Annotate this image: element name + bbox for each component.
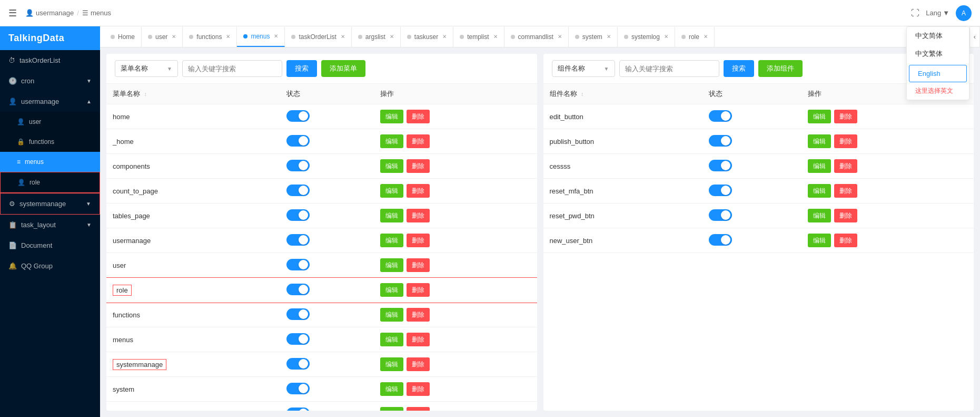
edit-button-4[interactable]: 编辑 <box>380 209 403 222</box>
comp-toggle-1[interactable] <box>709 135 732 147</box>
comp-edit-button-5[interactable]: 编辑 <box>808 234 831 247</box>
tab-commandlist[interactable]: commandlist ✕ <box>504 27 569 47</box>
comp-edit-button-4[interactable]: 编辑 <box>808 209 831 222</box>
edit-button-9[interactable]: 编辑 <box>380 333 403 346</box>
menu-toggle-11[interactable] <box>286 383 310 394</box>
delete-button-7[interactable]: 删除 <box>407 283 430 297</box>
delete-button-8[interactable]: 删除 <box>407 308 430 322</box>
tab-close-taskOrderList[interactable]: ✕ <box>341 34 345 40</box>
add-component-button[interactable]: 添加组件 <box>758 60 803 77</box>
menu-toggle-1[interactable] <box>286 135 310 147</box>
tab-close-menus[interactable]: ✕ <box>274 33 278 39</box>
add-menu-button[interactable]: 添加菜单 <box>321 60 365 77</box>
comp-delete-button-2[interactable]: 删除 <box>834 159 857 173</box>
edit-button-2[interactable]: 编辑 <box>380 159 403 173</box>
tab-templist[interactable]: templist ✕ <box>453 27 504 47</box>
delete-button-9[interactable]: 删除 <box>407 333 430 346</box>
menu-toggle-0[interactable] <box>286 110 310 122</box>
sidebar-item-taskOrderList[interactable]: ⏱ taskOrderList <box>0 50 100 71</box>
menu-toggle-8[interactable] <box>286 308 310 320</box>
fullscreen-button[interactable]: ⛶ <box>911 8 919 18</box>
delete-button-10[interactable]: 删除 <box>407 357 430 371</box>
tab-close-role[interactable]: ✕ <box>704 34 708 40</box>
tab-close-commandlist[interactable]: ✕ <box>558 34 562 40</box>
tab-home[interactable]: Home <box>104 27 142 47</box>
delete-button-12[interactable]: 删除 <box>407 407 430 411</box>
sidebar-item-role[interactable]: 👤 role <box>0 172 100 193</box>
sidebar-item-user[interactable]: 👤 user <box>0 112 100 132</box>
menu-toggle-4[interactable] <box>286 209 310 221</box>
comp-edit-button-1[interactable]: 编辑 <box>808 134 831 148</box>
comp-edit-button-3[interactable]: 编辑 <box>808 184 831 198</box>
sidebar-item-task-layout[interactable]: 📋 task_layout ▼ <box>0 215 100 235</box>
menu-toggle-9[interactable] <box>286 333 310 345</box>
tab-taskOrderList[interactable]: taskOrderList ✕ <box>285 27 351 47</box>
menu-toggle-5[interactable] <box>286 234 310 246</box>
lang-option-en[interactable]: English <box>909 65 967 82</box>
tab-systemlog[interactable]: systemlog ✕ <box>618 27 675 47</box>
comp-delete-button-0[interactable]: 删除 <box>834 110 857 123</box>
tab-close-functions[interactable]: ✕ <box>226 34 230 40</box>
sidebar-item-functions[interactable]: 🔒 functions <box>0 132 100 152</box>
delete-button-2[interactable]: 删除 <box>407 159 430 173</box>
edit-button-10[interactable]: 编辑 <box>380 357 403 371</box>
right-search-button[interactable]: 搜索 <box>724 60 754 77</box>
delete-button-3[interactable]: 删除 <box>407 184 430 198</box>
tab-close-argslist[interactable]: ✕ <box>390 34 394 40</box>
tab-user[interactable]: user ✕ <box>142 27 183 47</box>
sidebar-item-cron[interactable]: 🕐 cron ▼ <box>0 71 100 91</box>
tab-close-user[interactable]: ✕ <box>172 34 176 40</box>
comp-delete-button-4[interactable]: 删除 <box>834 209 857 222</box>
menu-toggle-3[interactable] <box>286 185 310 196</box>
menu-toggle-10[interactable] <box>286 358 310 370</box>
sidebar-item-usermanage[interactable]: 👤 usermanage ▲ <box>0 91 100 112</box>
comp-delete-button-5[interactable]: 删除 <box>834 234 857 247</box>
lang-button[interactable]: Lang ▼ <box>926 9 949 17</box>
menu-toggle-6[interactable] <box>286 259 310 270</box>
tab-menus[interactable]: menus ✕ <box>237 27 285 47</box>
left-search-button[interactable]: 搜索 <box>286 60 317 77</box>
edit-button-1[interactable]: 编辑 <box>380 134 403 148</box>
edit-button-6[interactable]: 编辑 <box>380 258 403 272</box>
comp-delete-button-1[interactable]: 删除 <box>834 134 857 148</box>
component-name-select[interactable]: 组件名称 ▼ <box>552 60 615 77</box>
sidebar-item-systemmanage[interactable]: ⚙ systemmanage ▼ <box>0 193 100 215</box>
edit-button-0[interactable]: 编辑 <box>380 110 403 123</box>
delete-button-0[interactable]: 删除 <box>407 110 430 123</box>
delete-button-1[interactable]: 删除 <box>407 134 430 148</box>
avatar[interactable]: A <box>956 5 972 21</box>
sort-icon[interactable]: ↕ <box>144 91 147 97</box>
edit-button-3[interactable]: 编辑 <box>380 184 403 198</box>
breadcrumb-menus[interactable]: ☰ menus <box>82 9 111 17</box>
tab-taskuser[interactable]: taskuser ✕ <box>401 27 453 47</box>
right-search-input[interactable] <box>619 60 719 77</box>
comp-edit-button-0[interactable]: 编辑 <box>808 110 831 123</box>
tab-role[interactable]: role ✕ <box>675 27 715 47</box>
comp-toggle-4[interactable] <box>709 209 732 221</box>
comp-toggle-2[interactable] <box>709 160 732 171</box>
menu-toggle-2[interactable] <box>286 160 310 171</box>
edit-button-8[interactable]: 编辑 <box>380 308 403 322</box>
lang-option-zh-tw[interactable]: 中文繁体 <box>907 45 969 63</box>
logo[interactable]: TalkingData <box>0 26 100 50</box>
edit-button-5[interactable]: 编辑 <box>380 234 403 247</box>
delete-button-4[interactable]: 删除 <box>407 209 430 222</box>
tab-close-templist[interactable]: ✕ <box>493 34 498 40</box>
sidebar-item-qq-group[interactable]: 🔔 QQ Group <box>0 256 100 276</box>
sidebar-item-menus[interactable]: ≡ menus <box>0 152 100 172</box>
menu-toggle-12[interactable] <box>286 408 310 411</box>
tab-argslist[interactable]: argslist ✕ <box>352 27 401 47</box>
delete-button-6[interactable]: 删除 <box>407 258 430 272</box>
comp-sort-icon[interactable]: ↕ <box>581 91 583 97</box>
tab-functions[interactable]: functions ✕ <box>183 27 237 47</box>
menu-toggle-7[interactable] <box>286 284 310 295</box>
delete-button-5[interactable]: 删除 <box>407 234 430 247</box>
delete-button-11[interactable]: 删除 <box>407 382 430 396</box>
breadcrumb-usermanage[interactable]: 👤 usermanage <box>25 9 74 17</box>
tab-system[interactable]: system ✕ <box>569 27 618 47</box>
tab-close-systemlog[interactable]: ✕ <box>664 34 668 40</box>
edit-button-11[interactable]: 编辑 <box>380 382 403 396</box>
lang-option-zh-cn[interactable]: 中文简体 <box>907 27 969 45</box>
tabs-collapse-button[interactable]: ‹ <box>969 26 980 47</box>
edit-button-7[interactable]: 编辑 <box>380 283 403 297</box>
